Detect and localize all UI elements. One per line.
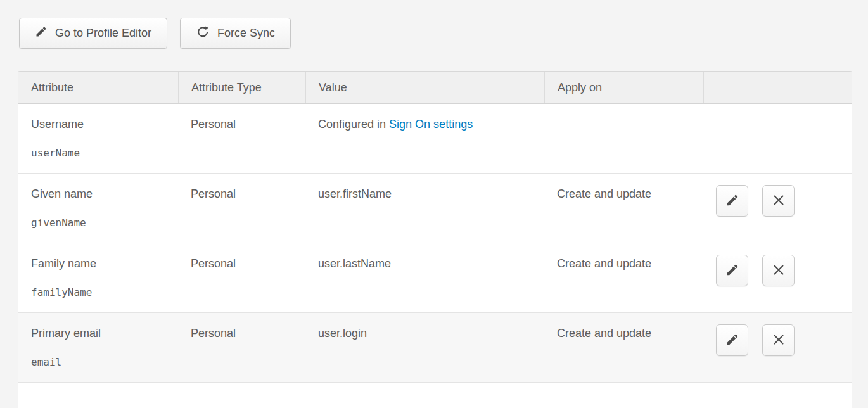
table-row: [18, 383, 852, 408]
edit-attribute-button[interactable]: [716, 324, 748, 356]
apply-on-cell: [544, 104, 703, 173]
attribute-variable: familyName: [31, 286, 168, 298]
table-row: Family name familyName Personal user.las…: [18, 243, 852, 313]
table-row: Username userName Personal Configured in…: [18, 104, 852, 174]
close-icon: [772, 333, 785, 348]
attribute-label: Family name: [31, 257, 168, 271]
table-row: Given name givenName Personal user.first…: [18, 174, 852, 243]
apply-on-cell: Create and update: [544, 313, 703, 382]
delete-attribute-button[interactable]: [762, 324, 795, 356]
attribute-cell: Given name givenName: [18, 174, 178, 243]
attribute-variable: email: [31, 356, 168, 368]
refresh-icon: [196, 25, 210, 42]
value-cell: Configured in Sign On settings: [305, 104, 544, 173]
column-header-apply-on: Apply on: [544, 72, 703, 103]
go-to-profile-editor-button[interactable]: Go to Profile Editor: [19, 18, 167, 49]
pencil-icon: [725, 333, 739, 348]
delete-attribute-button[interactable]: [762, 255, 795, 286]
attribute-type-cell: Personal: [178, 243, 305, 312]
apply-on-cell: Create and update: [544, 174, 703, 243]
attribute-cell: Username userName: [18, 104, 178, 173]
attribute-type-cell: Personal: [178, 104, 305, 173]
column-header-actions: [703, 72, 852, 103]
edit-attribute-button[interactable]: [716, 185, 748, 217]
value-cell: user.firstName: [305, 174, 544, 243]
value-text: Configured in: [318, 118, 389, 131]
value-cell: user.lastName: [305, 243, 544, 312]
attribute-type-cell: Personal: [178, 313, 305, 382]
actions-cell: [703, 104, 852, 173]
table-row: Primary email email Personal user.login …: [18, 313, 852, 383]
pencil-icon: [725, 193, 739, 209]
value-cell: user.login: [305, 313, 544, 382]
pencil-icon: [725, 263, 739, 279]
actions-cell: [703, 313, 852, 382]
attribute-label: Username: [31, 118, 168, 131]
delete-attribute-button[interactable]: [762, 185, 795, 217]
attribute-type-cell: Personal: [178, 174, 305, 243]
force-sync-button[interactable]: Force Sync: [180, 18, 291, 49]
close-icon: [772, 194, 785, 208]
attribute-mappings-table: Attribute Attribute Type Value Apply on …: [18, 71, 852, 408]
actions-cell: [703, 174, 852, 243]
attribute-variable: givenName: [31, 217, 168, 229]
actions-cell: [703, 243, 852, 312]
attribute-cell: Family name familyName: [18, 243, 178, 312]
column-header-value: Value: [305, 72, 544, 103]
apply-on-cell: Create and update: [544, 243, 703, 312]
force-sync-label: Force Sync: [217, 27, 275, 40]
attribute-cell: Primary email email: [18, 313, 178, 382]
attribute-label: Given name: [31, 188, 168, 201]
attribute-label: Primary email: [31, 327, 168, 340]
attribute-variable: userName: [31, 147, 168, 159]
go-to-profile-editor-label: Go to Profile Editor: [55, 27, 151, 40]
column-header-attribute: Attribute: [18, 72, 178, 103]
column-header-attribute-type: Attribute Type: [178, 72, 305, 103]
edit-attribute-button[interactable]: [716, 255, 748, 286]
toolbar: Go to Profile Editor Force Sync: [19, 18, 291, 49]
table-header-row: Attribute Attribute Type Value Apply on: [18, 72, 852, 104]
close-icon: [772, 264, 785, 278]
pencil-icon: [35, 25, 48, 41]
sign-on-settings-link[interactable]: Sign On settings: [389, 118, 473, 131]
